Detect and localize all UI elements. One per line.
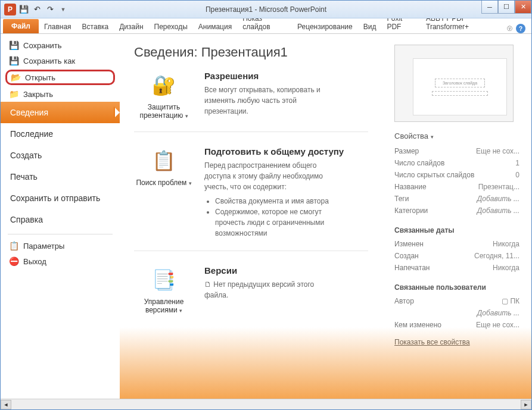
backstage-view: 💾Сохранить 💾Сохранить как 📂Открыть 📁Закр… bbox=[1, 34, 531, 399]
sidebar-item-print[interactable]: Печать bbox=[1, 166, 120, 187]
maximize-button[interactable]: ☐ bbox=[498, 1, 515, 14]
sidebar-item-share[interactable]: Сохранить и отправить bbox=[1, 187, 120, 209]
sidebar-item-exit[interactable]: ⛔Выход bbox=[1, 253, 120, 269]
prepare-text: Перед распространением общего доступа к … bbox=[204, 160, 329, 239]
permissions-text: Все могут открывать, копировать и изменя… bbox=[204, 84, 329, 117]
sidebar-item-close[interactable]: 📁Закрыть bbox=[1, 86, 120, 102]
sidebar-item-new[interactable]: Создать bbox=[1, 145, 120, 166]
section-permissions: 🔐 Защитить презентацию ▾ Разрешения Все … bbox=[134, 71, 368, 132]
checklist-icon: 📋 bbox=[150, 146, 178, 175]
page-title: Сведения: Презентация1 bbox=[134, 45, 368, 60]
qat-dropdown-icon[interactable]: ▼ bbox=[58, 4, 69, 15]
tab-home[interactable]: Главная bbox=[39, 20, 77, 33]
permissions-heading: Разрешения bbox=[204, 71, 368, 81]
prepare-heading: Подготовить к общему доступу bbox=[204, 146, 368, 157]
sidebar-item-recent[interactable]: Последние bbox=[1, 123, 120, 145]
sidebar-item-open-highlighted[interactable]: 📂Открыть bbox=[5, 70, 115, 85]
tab-view[interactable]: Вид bbox=[358, 20, 382, 33]
options-icon: 📋 bbox=[9, 241, 18, 251]
tab-animation[interactable]: Анимация bbox=[193, 20, 237, 33]
versions-text: 🗋 Нет предыдущих версий этого файла. bbox=[204, 279, 329, 301]
related-dates-heading: Связанные даты bbox=[394, 226, 519, 234]
sidebar-item-info[interactable]: Сведения bbox=[1, 102, 120, 123]
ribbon-tabs: Файл Главная Вставка Дизайн Переходы Ани… bbox=[1, 18, 531, 34]
check-issues-button[interactable]: 📋 Поиск проблем ▾ bbox=[134, 146, 194, 239]
folder-open-icon: 📂 bbox=[11, 73, 20, 82]
thumb-title-placeholder: Заголовок слайда bbox=[435, 79, 485, 87]
properties-panel: Заголовок слайда Свойства ▾ РазмерЕще не… bbox=[382, 34, 531, 399]
protect-presentation-button[interactable]: 🔐 Защитить презентацию ▾ bbox=[134, 71, 194, 120]
tab-design[interactable]: Дизайн bbox=[114, 20, 148, 33]
scroll-track[interactable] bbox=[11, 400, 521, 409]
save-disk-icon: 💾 bbox=[9, 40, 18, 50]
quick-access-toolbar: P 💾 ↶ ↷ ▼ bbox=[1, 4, 69, 15]
properties-dropdown[interactable]: Свойства ▾ bbox=[394, 132, 519, 140]
section-versions: 📑 Управление версиями ▾ Версии 🗋 Нет пре… bbox=[134, 265, 368, 326]
close-button[interactable]: ✕ bbox=[515, 1, 531, 14]
chevron-down-icon: ▾ bbox=[431, 134, 434, 140]
add-categories-link[interactable]: Добавить ... bbox=[477, 206, 519, 215]
scroll-right-icon[interactable]: ► bbox=[521, 400, 531, 409]
redo-icon[interactable]: ↷ bbox=[45, 4, 55, 15]
section-prepare-share: 📋 Поиск проблем ▾ Подготовить к общему д… bbox=[134, 146, 368, 251]
app-window: P 💾 ↶ ↷ ▼ Презентация1 - Microsoft Power… bbox=[0, 0, 532, 410]
add-tags-link[interactable]: Добавить ... bbox=[477, 195, 519, 203]
undo-icon[interactable]: ↶ bbox=[32, 4, 42, 15]
versions-icon: 📑 bbox=[150, 265, 178, 294]
minimize-ribbon-icon[interactable]: ⓥ bbox=[507, 25, 512, 33]
sidebar-divider bbox=[8, 234, 113, 234]
save-icon[interactable]: 💾 bbox=[18, 4, 29, 15]
show-all-properties-link[interactable]: Показать все свойства bbox=[394, 338, 470, 346]
tab-file[interactable]: Файл bbox=[3, 19, 39, 33]
sidebar-item-options[interactable]: 📋Параметры bbox=[1, 238, 120, 253]
slide-thumbnail[interactable]: Заголовок слайда bbox=[394, 45, 514, 122]
help-icon[interactable]: ? bbox=[516, 24, 525, 33]
scroll-left-icon[interactable]: ◄ bbox=[1, 400, 11, 409]
exit-icon: ⛔ bbox=[9, 256, 18, 266]
versions-heading: Версии bbox=[204, 265, 368, 276]
backstage-content: Сведения: Презентация1 🔐 Защитить презен… bbox=[120, 34, 531, 399]
tab-transitions[interactable]: Переходы bbox=[149, 20, 193, 33]
app-logo-icon: P bbox=[4, 4, 16, 15]
titlebar: P 💾 ↶ ↷ ▼ Презентация1 - Microsoft Power… bbox=[1, 1, 531, 18]
folder-close-icon: 📁 bbox=[9, 89, 18, 99]
backstage-sidebar: 💾Сохранить 💾Сохранить как 📂Открыть 📁Закр… bbox=[1, 34, 120, 399]
manage-versions-button[interactable]: 📑 Управление версиями ▾ bbox=[134, 265, 194, 314]
horizontal-scrollbar[interactable]: ◄ ► bbox=[1, 399, 531, 409]
window-controls: ─ ☐ ✕ bbox=[481, 1, 531, 14]
saveas-icon: 💾 bbox=[9, 56, 18, 65]
related-users-heading: Связанные пользователи bbox=[394, 283, 519, 292]
tab-review[interactable]: Рецензирование bbox=[292, 20, 358, 33]
dropdown-icon: ▾ bbox=[179, 308, 182, 314]
sidebar-item-save[interactable]: 💾Сохранить bbox=[1, 37, 120, 53]
sidebar-item-help[interactable]: Справка bbox=[1, 209, 120, 230]
dropdown-icon: ▾ bbox=[185, 113, 188, 119]
sidebar-item-saveas[interactable]: 💾Сохранить как bbox=[1, 53, 120, 68]
minimize-button[interactable]: ─ bbox=[481, 1, 498, 14]
window-title: Презентация1 - Microsoft PowerPoint bbox=[1, 5, 531, 14]
lock-key-icon: 🔐 bbox=[150, 71, 178, 99]
add-author-link[interactable]: Добавить ... bbox=[477, 309, 519, 317]
dropdown-icon: ▾ bbox=[189, 180, 192, 186]
tab-insert[interactable]: Вставка bbox=[77, 20, 114, 33]
info-main-column: Сведения: Презентация1 🔐 Защитить презен… bbox=[120, 34, 382, 399]
